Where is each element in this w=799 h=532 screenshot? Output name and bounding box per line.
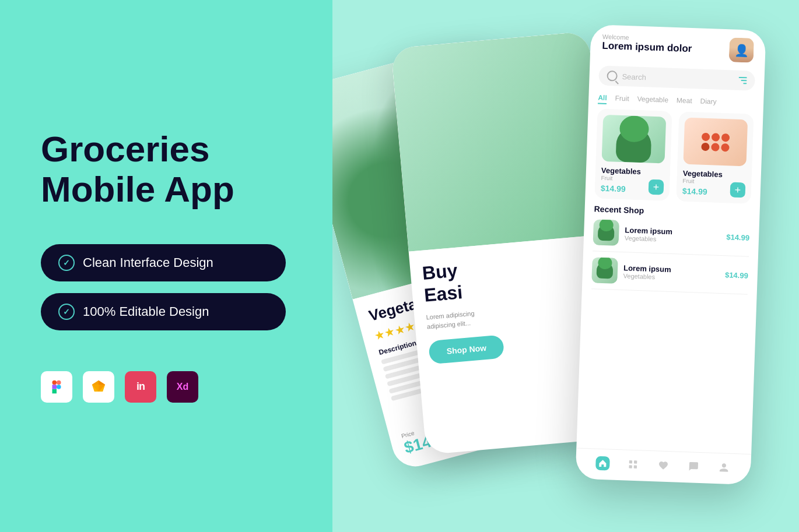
search-placeholder: Search [622, 72, 734, 84]
xd-icon: Xd [167, 371, 198, 403]
invision-icon: in [125, 371, 156, 403]
phone-header: Welcome Lorem ipsum dolor 👤 [590, 24, 766, 68]
broccoli-shape [616, 126, 652, 163]
tomato-cluster [698, 132, 733, 152]
feature-badge-clean: Clean Interface Design [41, 244, 286, 281]
tab-meat[interactable]: Meat [677, 96, 692, 107]
recent-broc-1 [598, 224, 615, 241]
avatar: 👤 [729, 37, 754, 62]
svg-rect-2 [57, 380, 61, 385]
svg-rect-3 [52, 385, 57, 389]
products-grid: Vegetables Fruit $14.99 + [585, 108, 763, 209]
tomato-4 [701, 142, 709, 150]
tab-all[interactable]: All [598, 93, 607, 104]
phone-mid-image [391, 31, 606, 251]
recent-item-image-1 [593, 219, 620, 246]
recent-item-1[interactable]: Lorem ipsum Vegetables $14.99 [593, 219, 750, 256]
tab-vegetable[interactable]: Vegetable [637, 94, 668, 106]
left-panel: Groceries Mobile App Clean Interface Des… [0, 0, 332, 532]
feature-badge-editable: 100% Editable Design [41, 293, 286, 330]
svg-point-5 [57, 385, 61, 389]
product-card-1: Vegetables Fruit $14.99 + [594, 108, 672, 200]
recent-item-image-2 [591, 257, 618, 284]
mid-title: Buy Easi [421, 246, 600, 306]
nav-heart-icon[interactable] [656, 458, 671, 473]
app-title: Groceries Mobile App [41, 129, 297, 209]
filter-icon[interactable] [738, 76, 747, 83]
svg-rect-11 [629, 460, 632, 463]
add-to-cart-1[interactable]: + [649, 179, 664, 195]
check-icon-editable [58, 304, 75, 320]
tomato-5 [711, 142, 719, 150]
tomato-6 [721, 143, 729, 151]
bottom-nav [575, 448, 751, 484]
avatar-face: 👤 [729, 37, 754, 62]
recent-item-2[interactable]: Lorem ipsum Vegetables $14.99 [591, 257, 749, 294]
shop-now-button[interactable]: Shop Now [428, 334, 504, 364]
recent-info-1: Lorem ipsum Vegetables [625, 225, 721, 244]
tab-fruit[interactable]: Fruit [615, 94, 629, 105]
recent-section: Recent Shop Lorem ipsum Vegetables $14.9… [576, 203, 759, 453]
feature-label-clean: Clean Interface Design [83, 255, 213, 270]
recent-price-1: $14.99 [726, 232, 749, 241]
search-bar[interactable]: Search [598, 65, 755, 90]
right-panel: Vegeta ★★★★ Description Price $14.99 [332, 0, 799, 532]
recent-broc-2 [597, 262, 614, 279]
tomato-1 [702, 132, 710, 140]
filter-line-3 [743, 83, 747, 84]
phones-container: Vegeta ★★★★ Description Price $14.99 [362, 27, 770, 505]
tomato-2 [712, 132, 720, 140]
filter-line-2 [741, 80, 747, 81]
feature-label-editable: 100% Editable Design [83, 304, 209, 319]
recent-price-2: $14.99 [725, 270, 748, 279]
search-icon [607, 71, 618, 82]
nav-person-icon[interactable] [717, 460, 731, 474]
product-image-1 [602, 114, 667, 163]
nav-grid-icon[interactable] [626, 457, 640, 471]
svg-rect-14 [634, 465, 637, 468]
svg-rect-4 [52, 389, 57, 393]
tab-diary[interactable]: Diary [700, 97, 717, 108]
nav-home-icon[interactable] [595, 456, 610, 470]
phone-mid-veggie-bg [391, 31, 606, 251]
sketch-icon [83, 371, 114, 403]
product-image-2 [683, 117, 748, 166]
figma-icon [41, 371, 72, 403]
svg-rect-13 [629, 465, 632, 468]
check-icon-clean [58, 255, 75, 271]
svg-rect-1 [52, 380, 57, 385]
nav-message-icon[interactable] [686, 459, 701, 474]
recent-info-2: Lorem ipsum Vegetables [623, 263, 719, 282]
product-card-2: Vegetables Fruit $14.99 + [676, 111, 754, 203]
add-to-cart-2[interactable]: + [730, 182, 746, 198]
svg-rect-12 [634, 460, 637, 463]
tool-icons: in Xd [41, 371, 297, 403]
phone-front: Welcome Lorem ipsum dolor 👤 Search [575, 24, 766, 485]
tomato-3 [721, 133, 730, 141]
user-greeting: Welcome Lorem ipsum dolor [602, 33, 692, 54]
filter-line-1 [739, 76, 747, 77]
phone-front-inner: Welcome Lorem ipsum dolor 👤 Search [575, 24, 766, 485]
